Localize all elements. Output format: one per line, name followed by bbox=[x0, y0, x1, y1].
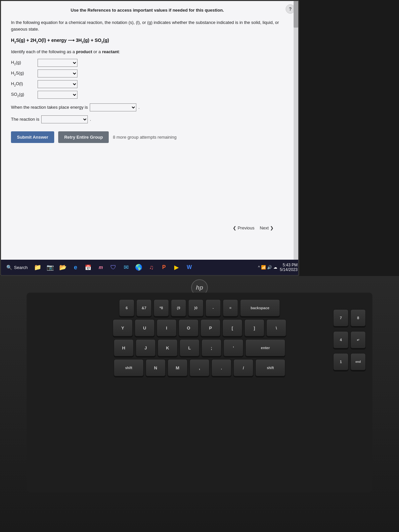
substance-select-h2sg[interactable]: product reactant bbox=[38, 69, 77, 77]
key-0[interactable]: )0 bbox=[188, 299, 203, 317]
attempts-remaining-text: 8 more group attempts remaining bbox=[113, 135, 176, 140]
powerpoint-icon[interactable]: P bbox=[159, 262, 169, 273]
shield-icon[interactable]: 🛡 bbox=[108, 262, 119, 273]
key-p[interactable]: P bbox=[200, 319, 220, 336]
key-y[interactable]: Y bbox=[113, 319, 133, 336]
numpad-row-1: 7 8 bbox=[333, 309, 366, 327]
substance-label-so2g: SO2(g) bbox=[11, 92, 38, 98]
energy-row: When the reaction takes place energy is … bbox=[11, 103, 284, 111]
substance-row-h2ol: H2O(l) product reactant bbox=[11, 80, 284, 88]
key-i[interactable]: I bbox=[157, 319, 177, 336]
yuiop-row: Y U I O P [ ] \ bbox=[33, 319, 366, 336]
reaction-select[interactable]: exothermic endothermic bbox=[41, 115, 88, 123]
equation: H2S(g) + 2H2O(l) + energy ⟶ 3H2(g) + SO2… bbox=[11, 38, 284, 44]
camera-icon[interactable]: 📷 bbox=[45, 262, 56, 273]
substance-select-so2g[interactable]: product reactant bbox=[38, 91, 77, 99]
mail-icon[interactable]: ✉ bbox=[121, 262, 131, 273]
key-9[interactable]: (9 bbox=[171, 299, 186, 317]
screen-content: Use the References to access important v… bbox=[1, 1, 294, 264]
key-o[interactable]: O bbox=[179, 319, 199, 336]
numpad-row-3: 1 end bbox=[333, 353, 366, 370]
keyboard-area: 6 &7 *8 (9 )0 - = backspace Y U I O P [ … bbox=[27, 293, 372, 492]
key-close-bracket[interactable]: ] bbox=[244, 319, 264, 336]
key-m[interactable]: M bbox=[168, 359, 188, 376]
file-explorer-icon[interactable]: 📁 bbox=[32, 262, 43, 273]
key-shift-right[interactable]: shift bbox=[255, 359, 285, 376]
previous-label: Previous bbox=[238, 225, 255, 230]
search-button[interactable]: 🔍 Search bbox=[4, 263, 30, 271]
energy-select[interactable]: released absorbed bbox=[90, 103, 136, 111]
key-num-end[interactable]: end bbox=[350, 353, 366, 370]
madly-icon[interactable]: m bbox=[95, 262, 106, 273]
key-l[interactable]: L bbox=[180, 339, 200, 356]
substance-label-h2ol: H2O(l) bbox=[11, 81, 38, 87]
intro-text: In the following equation for a chemical… bbox=[11, 19, 284, 32]
next-label: Next bbox=[260, 225, 269, 230]
previous-button[interactable]: ❮ Previous bbox=[233, 225, 255, 230]
key-quote[interactable]: ' bbox=[223, 339, 243, 356]
key-num-8[interactable]: 8 bbox=[350, 309, 366, 327]
key-backslash[interactable]: \ bbox=[266, 319, 286, 336]
substance-label-h2sg: H2S(g) bbox=[11, 70, 38, 76]
search-label: Search bbox=[14, 265, 28, 270]
system-tray-icons: ^ 📶 🔊 ☁ bbox=[258, 265, 277, 270]
key-period[interactable]: . bbox=[211, 359, 231, 376]
key-n[interactable]: N bbox=[146, 359, 166, 376]
calendar-icon[interactable]: 📅 bbox=[83, 262, 93, 273]
word-icon[interactable]: W bbox=[184, 262, 195, 273]
nm-row: shift N M , . / shift bbox=[33, 359, 366, 376]
chevron-right-icon: ❯ bbox=[270, 225, 274, 230]
key-num-4[interactable]: 4 bbox=[333, 331, 348, 348]
edge-icon[interactable]: e bbox=[70, 262, 81, 273]
buttons-row: Submit Answer Retry Entire Group 8 more … bbox=[11, 131, 284, 143]
taskbar-right: ^ 📶 🔊 ☁ 5:43 PM 5/14/2023 bbox=[258, 263, 298, 272]
numpad-area: 7 8 4 ↵ 1 end bbox=[333, 309, 366, 373]
identify-prompt: Identify each of the following as a prod… bbox=[11, 49, 284, 54]
number-row: 6 &7 *8 (9 )0 - = backspace bbox=[33, 299, 366, 317]
reaction-period: . bbox=[90, 117, 91, 122]
key-7[interactable]: &7 bbox=[136, 299, 152, 317]
key-u[interactable]: U bbox=[135, 319, 155, 336]
key-num-7[interactable]: 7 bbox=[333, 309, 348, 327]
key-minus[interactable]: - bbox=[205, 299, 221, 317]
key-enter[interactable]: enter bbox=[245, 339, 285, 356]
key-k[interactable]: K bbox=[158, 339, 178, 356]
key-backspace[interactable]: backspace bbox=[240, 299, 280, 317]
reaction-row: The reaction is exothermic endothermic . bbox=[11, 115, 284, 123]
key-shift-left[interactable]: shift bbox=[114, 359, 144, 376]
instructions-header: Use the References to access important v… bbox=[11, 8, 284, 13]
media-icon[interactable]: ▶ bbox=[171, 262, 182, 273]
substance-select-h2g[interactable]: product reactant bbox=[38, 59, 77, 67]
time-display: 5:43 PM bbox=[280, 263, 298, 267]
key-h[interactable]: H bbox=[114, 339, 134, 356]
substance-select-h2ol[interactable]: product reactant bbox=[38, 80, 77, 88]
laptop-screen: Use the References to access important v… bbox=[0, 0, 299, 276]
folder-icon[interactable]: 📂 bbox=[58, 262, 68, 273]
key-slash[interactable]: / bbox=[233, 359, 253, 376]
chrome-icon[interactable]: 🌎 bbox=[133, 262, 144, 273]
hjkl-row: H J K L ; ' enter bbox=[33, 339, 366, 356]
music-icon[interactable]: ♫ bbox=[146, 262, 157, 273]
key-num-enter[interactable]: ↵ bbox=[350, 331, 366, 348]
laptop-body: hp 6 &7 *8 (9 )0 - = backspace Y U I O P… bbox=[0, 276, 399, 532]
key-6[interactable]: 6 bbox=[119, 299, 134, 317]
key-8[interactable]: *8 bbox=[154, 299, 169, 317]
key-open-bracket[interactable]: [ bbox=[222, 319, 242, 336]
reaction-label: The reaction is bbox=[11, 117, 39, 122]
key-equals[interactable]: = bbox=[223, 299, 238, 317]
key-num-1[interactable]: 1 bbox=[333, 353, 348, 370]
scrollbar-track bbox=[294, 1, 298, 264]
search-icon: 🔍 bbox=[6, 265, 12, 270]
key-comma[interactable]: , bbox=[190, 359, 209, 376]
key-j[interactable]: J bbox=[136, 339, 156, 356]
substance-row-so2g: SO2(g) product reactant bbox=[11, 91, 284, 99]
scrollbar-thumb[interactable] bbox=[294, 1, 298, 28]
key-semicolon[interactable]: ; bbox=[201, 339, 221, 356]
date-display: 5/14/2023 bbox=[280, 267, 298, 272]
navigation-row: ❮ Previous Next ❯ bbox=[233, 225, 274, 230]
retry-entire-group-button[interactable]: Retry Entire Group bbox=[58, 131, 109, 143]
taskbar: 🔍 Search 📁 📷 📂 e 📅 m 🛡 ✉ 🌎 ♫ P ▶ W ^ 📶 🔊… bbox=[1, 260, 299, 275]
numpad-row-2: 4 ↵ bbox=[333, 331, 366, 348]
submit-answer-button[interactable]: Submit Answer bbox=[11, 131, 54, 143]
next-button[interactable]: Next ❯ bbox=[260, 225, 274, 230]
